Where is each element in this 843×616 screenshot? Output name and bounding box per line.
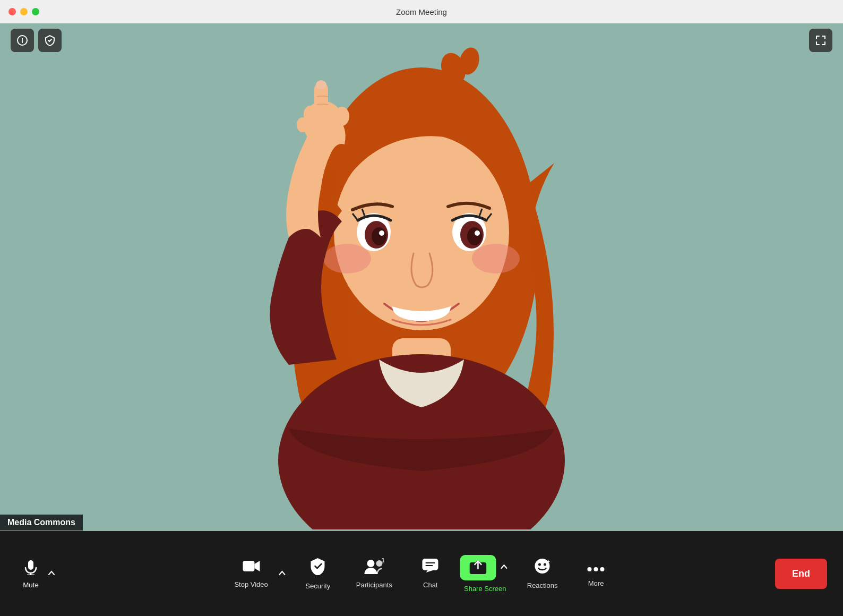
participants-button[interactable]: 1 Participants	[348, 553, 401, 594]
svg-text:1: 1	[382, 558, 385, 563]
svg-point-24	[334, 107, 349, 126]
share-screen-icon	[470, 560, 487, 575]
fullscreen-icon	[815, 35, 827, 46]
stop-video-group: Stop Video	[226, 553, 288, 594]
video-area	[0, 23, 843, 531]
svg-point-45	[594, 567, 598, 571]
svg-text:i: i	[21, 37, 23, 45]
chat-icon	[422, 558, 439, 577]
avatar-container	[183, 25, 660, 529]
share-screen-chevron-button[interactable]	[498, 563, 510, 572]
svg-point-12	[372, 227, 386, 245]
share-screen-label: Share Screen	[464, 585, 506, 593]
svg-rect-35	[423, 559, 438, 570]
stop-video-chevron-button[interactable]	[277, 569, 288, 578]
svg-point-42	[544, 563, 546, 566]
minimize-button[interactable]	[20, 8, 28, 15]
end-button[interactable]: End	[775, 559, 827, 589]
video-icon	[242, 559, 260, 576]
svg-text:+: +	[547, 558, 550, 564]
chevron-up-icon	[501, 563, 508, 570]
svg-point-13	[379, 230, 384, 236]
stop-video-label: Stop Video	[234, 580, 268, 588]
security-label: Security	[305, 582, 330, 590]
toolbar-center: Stop Video Security	[226, 552, 617, 595]
window-title: Zoom Meeting	[396, 7, 447, 16]
security-button[interactable]: Security	[297, 552, 339, 595]
more-label: More	[588, 579, 604, 587]
svg-point-9	[472, 244, 520, 273]
chat-label: Chat	[423, 581, 437, 589]
toolbar-right: End	[775, 559, 827, 589]
avatar-svg	[183, 25, 660, 529]
info-button[interactable]: i	[11, 29, 34, 52]
svg-point-8	[323, 244, 371, 273]
share-screen-button[interactable]	[460, 555, 496, 580]
more-button[interactable]: More	[575, 555, 617, 593]
top-right-controls	[809, 29, 832, 52]
chevron-up-icon	[48, 569, 55, 577]
fullscreen-button[interactable]	[809, 29, 832, 52]
title-bar: Zoom Meeting	[0, 0, 843, 23]
more-icon	[587, 560, 606, 575]
svg-point-44	[588, 567, 592, 571]
reactions-button[interactable]: + Reactions	[519, 552, 566, 595]
mute-label: Mute	[23, 581, 39, 589]
svg-point-19	[475, 230, 480, 236]
maximize-button[interactable]	[32, 8, 39, 15]
share-screen-wrapper: Share Screen	[460, 555, 510, 593]
security-icon	[310, 557, 326, 578]
mute-icon	[22, 558, 39, 577]
svg-rect-28	[28, 560, 33, 570]
svg-point-27	[316, 80, 326, 90]
participants-icon: 1	[364, 558, 385, 577]
window-controls	[8, 8, 39, 15]
close-button[interactable]	[8, 8, 16, 15]
mute-group: Mute	[16, 553, 57, 594]
participants-label: Participants	[356, 581, 392, 589]
svg-point-46	[600, 567, 605, 571]
shield-icon	[44, 35, 56, 46]
mute-chevron-button[interactable]	[46, 569, 57, 578]
stop-video-button[interactable]: Stop Video	[226, 553, 276, 594]
svg-point-41	[538, 563, 541, 566]
toolbar: Mute Stop Video	[0, 531, 843, 616]
chat-button[interactable]: Chat	[409, 553, 452, 594]
mute-button[interactable]: Mute	[16, 553, 46, 594]
svg-point-18	[467, 227, 482, 245]
reactions-icon: +	[534, 558, 551, 577]
name-label: Media Commons	[0, 515, 83, 531]
top-left-controls: i	[11, 29, 62, 52]
info-icon: i	[16, 35, 28, 46]
svg-rect-31	[243, 561, 254, 571]
svg-point-32	[367, 560, 375, 567]
chevron-up-icon	[279, 569, 286, 577]
shield-button[interactable]	[38, 29, 62, 52]
reactions-label: Reactions	[527, 581, 558, 589]
svg-point-26	[297, 117, 308, 132]
